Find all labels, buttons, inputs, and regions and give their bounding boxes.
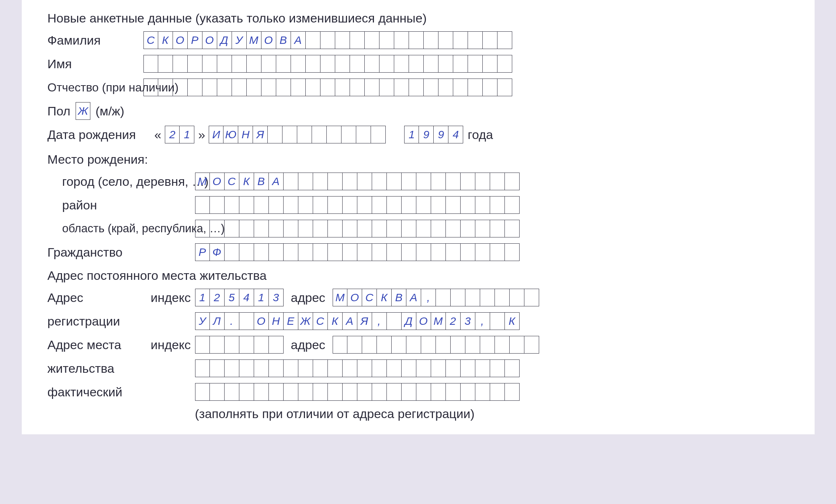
cell[interactable] bbox=[438, 31, 453, 49]
cell[interactable] bbox=[357, 173, 372, 190]
cell[interactable] bbox=[416, 383, 431, 401]
cell[interactable] bbox=[195, 383, 210, 401]
cell[interactable] bbox=[421, 336, 436, 354]
cell[interactable] bbox=[468, 31, 483, 49]
cell[interactable] bbox=[210, 336, 225, 354]
cell[interactable]: О bbox=[347, 289, 362, 306]
cell[interactable] bbox=[291, 79, 306, 96]
cell[interactable] bbox=[210, 196, 225, 214]
cell[interactable] bbox=[173, 79, 188, 96]
cell[interactable] bbox=[313, 173, 328, 190]
cell[interactable] bbox=[436, 336, 451, 354]
cell[interactable]: У bbox=[195, 312, 210, 330]
cell[interactable] bbox=[490, 220, 505, 237]
cell[interactable] bbox=[284, 220, 298, 237]
cell[interactable] bbox=[335, 31, 350, 49]
cell[interactable] bbox=[524, 289, 539, 306]
cell[interactable] bbox=[483, 31, 497, 49]
cell[interactable] bbox=[343, 383, 357, 401]
cell[interactable]: 2 bbox=[210, 289, 225, 306]
cell[interactable]: 5 bbox=[225, 289, 239, 306]
cell[interactable] bbox=[461, 359, 475, 377]
cell[interactable] bbox=[505, 173, 520, 190]
cell[interactable] bbox=[347, 336, 362, 354]
cell[interactable] bbox=[320, 55, 335, 73]
cell[interactable] bbox=[461, 173, 475, 190]
cells-actual-index[interactable] bbox=[195, 336, 284, 354]
cell[interactable]: М bbox=[247, 31, 261, 49]
cell[interactable]: Ж bbox=[298, 312, 313, 330]
cell[interactable] bbox=[416, 220, 431, 237]
cell[interactable] bbox=[505, 359, 520, 377]
cell[interactable] bbox=[446, 243, 461, 261]
cell[interactable]: О bbox=[254, 312, 269, 330]
cell[interactable] bbox=[524, 336, 539, 354]
cell[interactable] bbox=[335, 79, 350, 96]
cell[interactable]: О bbox=[202, 31, 217, 49]
cell[interactable] bbox=[387, 383, 402, 401]
cell[interactable] bbox=[475, 243, 490, 261]
cell[interactable]: А bbox=[343, 312, 357, 330]
cell[interactable] bbox=[210, 220, 225, 237]
cell[interactable]: Я bbox=[357, 312, 372, 330]
cell[interactable] bbox=[254, 243, 269, 261]
cell[interactable]: А bbox=[406, 289, 421, 306]
cell[interactable] bbox=[232, 55, 247, 73]
cell[interactable] bbox=[371, 126, 386, 143]
cell[interactable] bbox=[282, 126, 297, 143]
cell[interactable] bbox=[365, 79, 379, 96]
cell[interactable] bbox=[438, 79, 453, 96]
cell[interactable] bbox=[225, 196, 239, 214]
cell[interactable] bbox=[343, 243, 357, 261]
cell[interactable]: Л bbox=[210, 312, 225, 330]
cell[interactable] bbox=[313, 359, 328, 377]
cell[interactable] bbox=[327, 126, 341, 143]
cell[interactable] bbox=[497, 31, 512, 49]
cell[interactable] bbox=[409, 79, 424, 96]
cell[interactable] bbox=[372, 359, 387, 377]
cell[interactable] bbox=[416, 359, 431, 377]
cell[interactable] bbox=[195, 220, 210, 237]
cell[interactable] bbox=[372, 243, 387, 261]
cell[interactable]: Н bbox=[269, 312, 284, 330]
cell[interactable] bbox=[313, 243, 328, 261]
cell[interactable] bbox=[254, 383, 269, 401]
cell[interactable] bbox=[387, 220, 402, 237]
cell[interactable] bbox=[268, 126, 282, 143]
cell[interactable]: 3 bbox=[461, 312, 475, 330]
cell[interactable] bbox=[438, 55, 453, 73]
cell[interactable] bbox=[461, 383, 475, 401]
cell[interactable] bbox=[202, 55, 217, 73]
cell[interactable]: С bbox=[313, 312, 328, 330]
cell[interactable] bbox=[284, 173, 298, 190]
cell[interactable] bbox=[232, 79, 247, 96]
cell[interactable] bbox=[510, 289, 524, 306]
cell[interactable] bbox=[490, 312, 505, 330]
cell[interactable] bbox=[158, 79, 173, 96]
cell[interactable] bbox=[431, 359, 446, 377]
cell[interactable] bbox=[453, 31, 468, 49]
cell[interactable] bbox=[239, 383, 254, 401]
cell[interactable] bbox=[505, 196, 520, 214]
cell[interactable] bbox=[239, 312, 254, 330]
cell[interactable] bbox=[343, 173, 357, 190]
cell[interactable] bbox=[446, 196, 461, 214]
cell[interactable]: 1 bbox=[180, 126, 194, 143]
cell[interactable]: Ж bbox=[76, 102, 90, 120]
cells-actual-line3[interactable] bbox=[195, 383, 520, 401]
cell[interactable] bbox=[436, 289, 451, 306]
cells-pob-city[interactable]: МОСКВА bbox=[195, 173, 520, 190]
cell[interactable] bbox=[195, 336, 210, 354]
cell[interactable] bbox=[239, 243, 254, 261]
cell[interactable]: А bbox=[269, 173, 284, 190]
cell[interactable]: Д bbox=[217, 31, 232, 49]
cell[interactable] bbox=[269, 243, 284, 261]
cell[interactable] bbox=[350, 55, 365, 73]
cell[interactable] bbox=[357, 359, 372, 377]
cell[interactable] bbox=[328, 173, 343, 190]
cell[interactable] bbox=[490, 196, 505, 214]
cell[interactable]: , bbox=[372, 312, 387, 330]
cell[interactable] bbox=[306, 79, 320, 96]
cell[interactable] bbox=[468, 79, 483, 96]
cell[interactable]: Д bbox=[402, 312, 416, 330]
